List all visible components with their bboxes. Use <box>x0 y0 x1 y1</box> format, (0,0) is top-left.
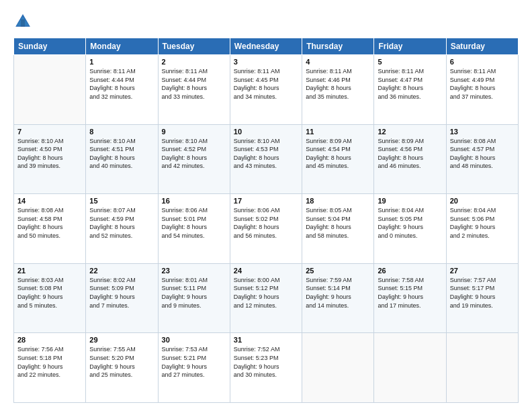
day-cell: 7Sunrise: 8:10 AMSunset: 4:50 PMDaylight… <box>14 124 86 194</box>
day-info: Sunrise: 8:08 AMSunset: 4:58 PMDaylight:… <box>17 206 82 240</box>
day-number: 5 <box>378 58 442 66</box>
day-cell: 16Sunrise: 8:06 AMSunset: 5:01 PMDayligh… <box>158 194 230 264</box>
calendar-table: SundayMondayTuesdayWednesdayThursdayFrid… <box>13 38 519 403</box>
day-cell: 14Sunrise: 8:08 AMSunset: 4:58 PMDayligh… <box>14 194 86 264</box>
day-cell: 22Sunrise: 8:02 AMSunset: 5:09 PMDayligh… <box>86 263 158 333</box>
day-info: Sunrise: 8:03 AMSunset: 5:08 PMDaylight:… <box>17 276 82 310</box>
day-info: Sunrise: 8:09 AMSunset: 4:56 PMDaylight:… <box>378 137 442 171</box>
week-row-1: 1Sunrise: 8:11 AMSunset: 4:44 PMDaylight… <box>14 55 519 125</box>
day-cell: 19Sunrise: 8:04 AMSunset: 5:05 PMDayligh… <box>374 194 446 264</box>
day-cell: 23Sunrise: 8:01 AMSunset: 5:11 PMDayligh… <box>158 263 230 333</box>
day-cell: 31Sunrise: 7:52 AMSunset: 5:23 PMDayligh… <box>230 333 302 403</box>
day-info: Sunrise: 8:11 AMSunset: 4:49 PMDaylight:… <box>450 67 515 101</box>
day-info: Sunrise: 8:06 AMSunset: 5:02 PMDaylight:… <box>234 206 298 240</box>
day-number: 28 <box>17 336 82 344</box>
day-number: 2 <box>162 58 226 66</box>
day-cell: 5Sunrise: 8:11 AMSunset: 4:47 PMDaylight… <box>374 55 446 125</box>
day-cell: 26Sunrise: 7:58 AMSunset: 5:15 PMDayligh… <box>374 263 446 333</box>
day-info: Sunrise: 8:01 AMSunset: 5:11 PMDaylight:… <box>162 276 226 310</box>
day-info: Sunrise: 7:56 AMSunset: 5:18 PMDaylight:… <box>17 345 82 379</box>
day-cell: 25Sunrise: 7:59 AMSunset: 5:14 PMDayligh… <box>302 263 374 333</box>
day-cell: 3Sunrise: 8:11 AMSunset: 4:45 PMDaylight… <box>230 55 302 125</box>
day-cell: 15Sunrise: 8:07 AMSunset: 4:59 PMDayligh… <box>86 194 158 264</box>
header <box>13 12 519 31</box>
day-number: 3 <box>234 58 298 66</box>
logo-icon <box>13 12 32 31</box>
day-number: 23 <box>162 267 226 275</box>
day-number: 25 <box>306 267 370 275</box>
day-number: 18 <box>306 197 370 205</box>
day-info: Sunrise: 8:11 AMSunset: 4:44 PMDaylight:… <box>89 67 154 101</box>
day-info: Sunrise: 7:55 AMSunset: 5:20 PMDaylight:… <box>89 345 154 379</box>
day-number: 11 <box>306 128 370 136</box>
weekday-header-tuesday: Tuesday <box>158 38 230 55</box>
day-info: Sunrise: 7:52 AMSunset: 5:23 PMDaylight:… <box>234 345 298 379</box>
week-row-5: 28Sunrise: 7:56 AMSunset: 5:18 PMDayligh… <box>14 333 519 403</box>
day-number: 26 <box>378 267 442 275</box>
day-cell: 6Sunrise: 8:11 AMSunset: 4:49 PMDaylight… <box>446 55 518 125</box>
day-number: 22 <box>89 267 154 275</box>
day-number: 1 <box>89 58 154 66</box>
week-row-2: 7Sunrise: 8:10 AMSunset: 4:50 PMDaylight… <box>14 124 519 194</box>
day-number: 29 <box>89 336 154 344</box>
day-number: 17 <box>234 197 298 205</box>
logo <box>13 12 35 31</box>
day-info: Sunrise: 7:57 AMSunset: 5:17 PMDaylight:… <box>450 276 515 310</box>
day-cell: 30Sunrise: 7:53 AMSunset: 5:21 PMDayligh… <box>158 333 230 403</box>
day-info: Sunrise: 8:04 AMSunset: 5:06 PMDaylight:… <box>450 206 515 240</box>
day-number: 10 <box>234 128 298 136</box>
day-number: 9 <box>162 128 226 136</box>
day-cell: 24Sunrise: 8:00 AMSunset: 5:12 PMDayligh… <box>230 263 302 333</box>
day-info: Sunrise: 8:10 AMSunset: 4:53 PMDaylight:… <box>234 137 298 171</box>
day-info: Sunrise: 8:00 AMSunset: 5:12 PMDaylight:… <box>234 276 298 310</box>
day-info: Sunrise: 8:04 AMSunset: 5:05 PMDaylight:… <box>378 206 442 240</box>
day-info: Sunrise: 8:10 AMSunset: 4:50 PMDaylight:… <box>17 137 82 171</box>
day-info: Sunrise: 7:53 AMSunset: 5:21 PMDaylight:… <box>162 345 226 379</box>
weekday-header-wednesday: Wednesday <box>230 38 302 55</box>
day-cell: 2Sunrise: 8:11 AMSunset: 4:44 PMDaylight… <box>158 55 230 125</box>
day-number: 14 <box>17 197 82 205</box>
day-number: 6 <box>450 58 515 66</box>
day-number: 7 <box>17 128 82 136</box>
day-info: Sunrise: 7:58 AMSunset: 5:15 PMDaylight:… <box>378 276 442 310</box>
day-number: 20 <box>450 197 515 205</box>
weekday-header-thursday: Thursday <box>302 38 374 55</box>
day-cell: 28Sunrise: 7:56 AMSunset: 5:18 PMDayligh… <box>14 333 86 403</box>
svg-rect-2 <box>21 19 25 27</box>
day-info: Sunrise: 8:11 AMSunset: 4:46 PMDaylight:… <box>306 67 370 101</box>
day-number: 27 <box>450 267 515 275</box>
week-row-3: 14Sunrise: 8:08 AMSunset: 4:58 PMDayligh… <box>14 194 519 264</box>
day-info: Sunrise: 8:06 AMSunset: 5:01 PMDaylight:… <box>162 206 226 240</box>
day-info: Sunrise: 8:10 AMSunset: 4:51 PMDaylight:… <box>89 137 154 171</box>
day-number: 30 <box>162 336 226 344</box>
day-cell <box>302 333 374 403</box>
weekday-header-friday: Friday <box>374 38 446 55</box>
day-cell: 10Sunrise: 8:10 AMSunset: 4:53 PMDayligh… <box>230 124 302 194</box>
day-cell: 17Sunrise: 8:06 AMSunset: 5:02 PMDayligh… <box>230 194 302 264</box>
day-cell: 11Sunrise: 8:09 AMSunset: 4:54 PMDayligh… <box>302 124 374 194</box>
day-cell: 20Sunrise: 8:04 AMSunset: 5:06 PMDayligh… <box>446 194 518 264</box>
day-cell: 1Sunrise: 8:11 AMSunset: 4:44 PMDaylight… <box>86 55 158 125</box>
day-info: Sunrise: 8:11 AMSunset: 4:47 PMDaylight:… <box>378 67 442 101</box>
day-cell: 13Sunrise: 8:08 AMSunset: 4:57 PMDayligh… <box>446 124 518 194</box>
day-cell: 4Sunrise: 8:11 AMSunset: 4:46 PMDaylight… <box>302 55 374 125</box>
day-number: 4 <box>306 58 370 66</box>
day-number: 15 <box>89 197 154 205</box>
day-info: Sunrise: 8:11 AMSunset: 4:45 PMDaylight:… <box>234 67 298 101</box>
weekday-header-saturday: Saturday <box>446 38 518 55</box>
day-info: Sunrise: 8:07 AMSunset: 4:59 PMDaylight:… <box>89 206 154 240</box>
day-number: 19 <box>378 197 442 205</box>
day-info: Sunrise: 8:05 AMSunset: 5:04 PMDaylight:… <box>306 206 370 240</box>
weekday-header-row: SundayMondayTuesdayWednesdayThursdayFrid… <box>14 38 519 55</box>
day-info: Sunrise: 8:11 AMSunset: 4:44 PMDaylight:… <box>162 67 226 101</box>
weekday-header-monday: Monday <box>86 38 158 55</box>
day-cell: 21Sunrise: 8:03 AMSunset: 5:08 PMDayligh… <box>14 263 86 333</box>
day-number: 21 <box>17 267 82 275</box>
day-number: 12 <box>378 128 442 136</box>
day-info: Sunrise: 8:09 AMSunset: 4:54 PMDaylight:… <box>306 137 370 171</box>
day-cell: 8Sunrise: 8:10 AMSunset: 4:51 PMDaylight… <box>86 124 158 194</box>
weekday-header-sunday: Sunday <box>14 38 86 55</box>
day-info: Sunrise: 8:02 AMSunset: 5:09 PMDaylight:… <box>89 276 154 310</box>
week-row-4: 21Sunrise: 8:03 AMSunset: 5:08 PMDayligh… <box>14 263 519 333</box>
day-cell: 27Sunrise: 7:57 AMSunset: 5:17 PMDayligh… <box>446 263 518 333</box>
